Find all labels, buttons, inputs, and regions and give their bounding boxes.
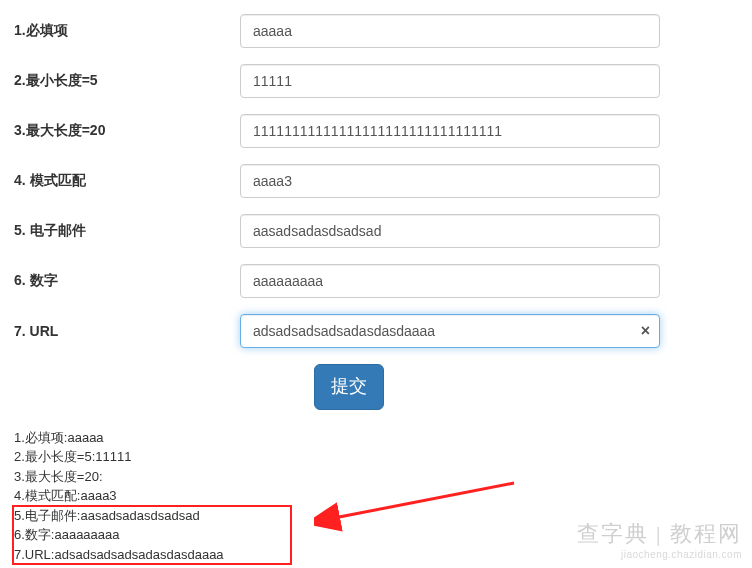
output-line-6: 6.数字:aaaaaaaaa	[14, 525, 752, 545]
label-number: 6. 数字	[14, 272, 240, 290]
clear-icon[interactable]: ×	[641, 322, 650, 340]
label-url: 7. URL	[14, 323, 240, 339]
output-line-2: 2.最小长度=5:11111	[14, 447, 752, 467]
output-container: 1.必填项:aaaaa 2.最小长度=5:11111 3.最大长度=20: 4.…	[0, 428, 752, 565]
email-input[interactable]	[240, 214, 660, 248]
form-container: 1.必填项 2.最小长度=5 3.最大长度=20 4. 模式匹配 5. 电子邮件…	[0, 0, 752, 410]
form-row-maxlength: 3.最大长度=20	[14, 114, 752, 148]
output-line-3: 3.最大长度=20:	[14, 467, 752, 487]
form-row-required: 1.必填项	[14, 14, 752, 48]
output-line-7: 7.URL:adsadsadsadsadasdasdaaaa	[14, 545, 752, 565]
output-line-1: 1.必填项:aaaaa	[14, 428, 752, 448]
form-row-email: 5. 电子邮件	[14, 214, 752, 248]
label-minlength: 2.最小长度=5	[14, 72, 240, 90]
form-row-url: 7. URL ×	[14, 314, 752, 348]
minlength-input[interactable]	[240, 64, 660, 98]
maxlength-input[interactable]	[240, 114, 660, 148]
submit-row: 提交	[314, 364, 752, 410]
pattern-input[interactable]	[240, 164, 660, 198]
output-line-5: 5.电子邮件:aasadsadasdsadsad	[14, 506, 752, 526]
form-row-minlength: 2.最小长度=5	[14, 64, 752, 98]
form-row-pattern: 4. 模式匹配	[14, 164, 752, 198]
number-input[interactable]	[240, 264, 660, 298]
output-line-4: 4.模式匹配:aaaa3	[14, 486, 752, 506]
label-pattern: 4. 模式匹配	[14, 172, 240, 190]
url-input[interactable]	[240, 314, 660, 348]
label-email: 5. 电子邮件	[14, 222, 240, 240]
label-maxlength: 3.最大长度=20	[14, 122, 240, 140]
label-required: 1.必填项	[14, 22, 240, 40]
submit-button[interactable]: 提交	[314, 364, 384, 410]
required-input[interactable]	[240, 14, 660, 48]
form-row-number: 6. 数字	[14, 264, 752, 298]
